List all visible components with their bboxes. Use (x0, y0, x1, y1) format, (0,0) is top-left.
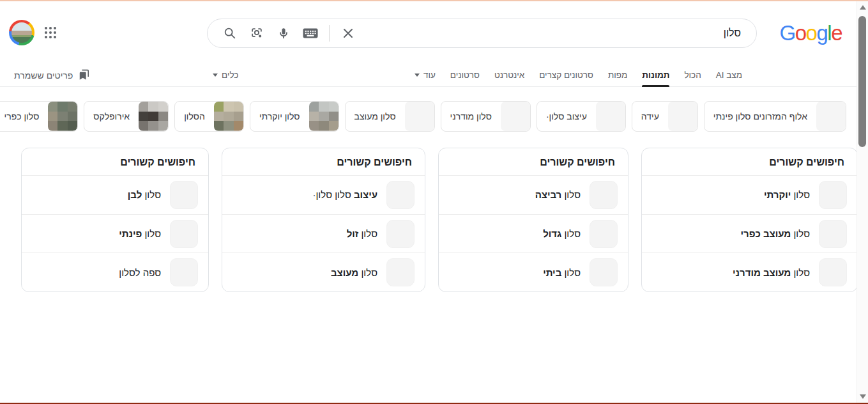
related-search-item[interactable]: סלון פינתי (22, 215, 208, 254)
related-search-item[interactable]: ספה לסלון (22, 253, 208, 291)
apps-grid-button[interactable] (43, 27, 56, 40)
scrollbar-thumb[interactable] (858, 16, 866, 147)
card-title: חיפושים קשורים (439, 148, 628, 176)
card-title: חיפושים קשורים (222, 148, 425, 176)
suggestion-chips-row: אלוף המזרונים סלון פינתי עידה עיצוב סלון… (0, 101, 846, 132)
scrollbar[interactable] (857, 0, 868, 404)
suggestion-chip[interactable]: עידה (632, 101, 698, 132)
card-title: חיפושים קשורים (22, 148, 208, 176)
tab-videos[interactable]: סרטונים (450, 64, 480, 86)
chip-thumbnail (501, 102, 530, 131)
tab-short-videos[interactable]: סרטונים קצרים (539, 64, 593, 86)
related-search-item[interactable]: סלון זול (222, 215, 425, 254)
clear-icon[interactable] (340, 26, 356, 41)
search-divider (329, 25, 330, 42)
related-search-thumbnail (819, 181, 847, 209)
suggestion-chip[interactable]: עיצוב סלון· (537, 101, 626, 132)
chip-thumbnail (214, 102, 243, 131)
chip-thumbnail (596, 102, 625, 131)
tab-maps[interactable]: מפות (608, 64, 627, 86)
tab-ai-mode[interactable]: מצב AI (716, 64, 742, 86)
search-query[interactable]: סלון (724, 27, 741, 39)
related-searches-card: חיפושים קשורים סלון יוקרתי סלון מעוצב כפ… (641, 148, 858, 292)
suggestion-chip[interactable]: סלון מעוצב (345, 101, 435, 132)
related-search-item[interactable]: סלון גדול (439, 215, 628, 254)
scroll-down-arrow-icon[interactable] (860, 394, 866, 399)
related-search-item[interactable]: סלון מעוצב (222, 253, 425, 291)
tab-more[interactable]: עוד (415, 64, 436, 86)
related-search-thumbnail (170, 181, 198, 209)
google-images-page: סלון (0, 0, 868, 404)
related-search-thumbnail (590, 220, 618, 248)
tab-all[interactable]: הכול (684, 64, 701, 86)
search-icon[interactable] (222, 26, 238, 41)
results-nav-bar: מצב AI הכול תמונות מפות סרטונים קצרים אי… (0, 64, 868, 87)
related-searches-card: חיפושים קשורים עיצוב סלון סלון· סלון זול… (222, 148, 425, 292)
microphone-icon[interactable] (276, 26, 291, 41)
profile-avatar[interactable] (9, 20, 34, 45)
suggestion-chip[interactable]: סלון יוקרתי (250, 101, 339, 132)
chip-thumbnail (405, 102, 434, 131)
google-logo[interactable]: Google (780, 21, 842, 45)
scroll-up-arrow-icon[interactable] (860, 5, 866, 10)
chip-thumbnail (48, 102, 77, 131)
related-search-thumbnail (386, 181, 415, 209)
avatar-image (11, 22, 32, 43)
card-title: חיפושים קשורים (642, 148, 857, 176)
related-search-item[interactable]: סלון מעוצב מודרני (642, 253, 857, 291)
bookmark-icon (78, 69, 90, 81)
related-search-thumbnail (819, 258, 847, 286)
related-search-item[interactable]: סלון רביצה (439, 176, 628, 215)
related-search-thumbnail (170, 258, 198, 286)
related-search-item[interactable]: סלון מעוצב כפרי (642, 215, 857, 254)
tab-images[interactable]: תמונות (642, 64, 669, 86)
related-searches-card: חיפושים קשורים סלון רביצה סלון גדול סלון… (438, 148, 628, 292)
related-search-thumbnail (590, 181, 618, 209)
tab-web[interactable]: אינטרנט (494, 64, 524, 86)
lens-icon[interactable] (249, 26, 264, 41)
related-search-thumbnail (590, 258, 618, 286)
related-search-item[interactable]: סלון יוקרתי (642, 176, 857, 215)
saved-items-button[interactable]: פריטים ששמרת (14, 64, 90, 86)
search-bar[interactable]: סלון (207, 19, 757, 48)
related-search-item[interactable]: סלון לבן (22, 176, 208, 215)
top-accent-line (0, 0, 868, 1)
related-search-thumbnail (386, 220, 415, 248)
tools-button[interactable]: כלים (213, 64, 238, 86)
chip-thumbnail (668, 102, 697, 131)
chip-thumbnail (309, 102, 339, 131)
suggestion-chip[interactable]: הסלון (174, 101, 244, 132)
suggestion-chip[interactable]: סלון מודרני (441, 101, 531, 132)
chip-thumbnail (816, 102, 846, 131)
related-searches-section: חיפושים קשורים סלון יוקרתי סלון מעוצב כפ… (10, 148, 858, 292)
suggestion-chip[interactable]: סלון כפרי (0, 101, 78, 132)
keyboard-icon[interactable] (303, 26, 318, 41)
related-search-thumbnail (170, 220, 198, 248)
chip-thumbnail (139, 102, 168, 131)
related-search-item[interactable]: עיצוב סלון סלון· (222, 176, 425, 215)
search-tabs: מצב AI הכול תמונות מפות סרטונים קצרים אי… (415, 64, 742, 86)
related-search-item[interactable]: סלון ביתי (439, 253, 628, 291)
suggestion-chip[interactable]: אירופלקס (84, 101, 169, 132)
chevron-down-icon (213, 74, 218, 77)
suggestion-chip[interactable]: אלוף המזרונים סלון פינתי (704, 101, 846, 132)
chevron-down-icon (415, 74, 420, 77)
related-search-thumbnail (386, 258, 415, 286)
related-search-thumbnail (819, 220, 847, 248)
related-searches-card: חיפושים קשורים סלון לבן סלון פינתי ספה ל… (21, 148, 209, 292)
